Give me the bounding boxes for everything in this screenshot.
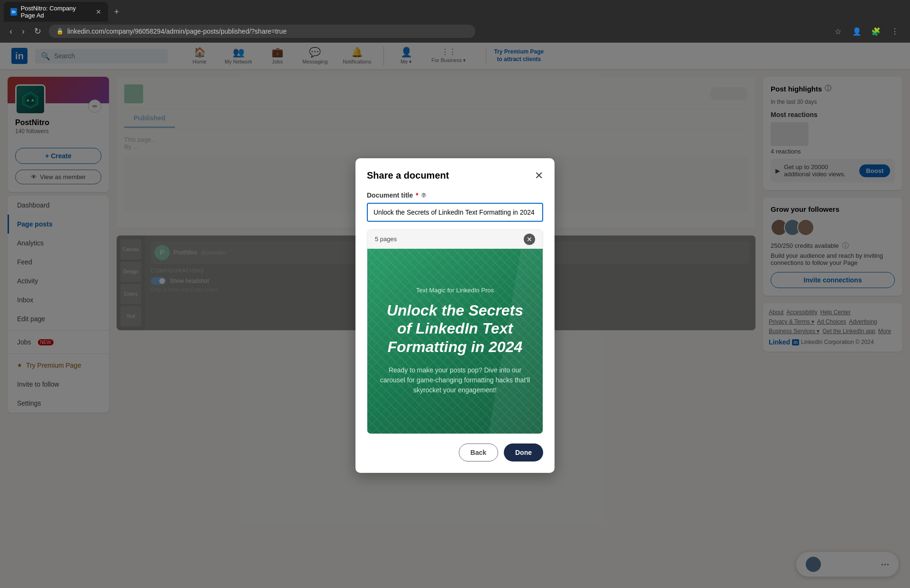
tab-close-button[interactable]: ✕ xyxy=(96,8,101,16)
tab-bar: in PostNitro: Company Page Ad ✕ + xyxy=(0,0,910,20)
doc-pages-bar: 5 pages ✕ xyxy=(367,230,543,249)
extensions-icon[interactable]: 🧩 xyxy=(868,24,883,39)
active-tab[interactable]: in PostNitro: Company Page Ad ✕ xyxy=(4,2,108,22)
document-title-label: Document title * ? xyxy=(367,191,543,199)
required-marker: * xyxy=(416,191,418,199)
help-icon: ? xyxy=(421,193,426,198)
modal-close-button[interactable]: ✕ xyxy=(535,170,543,182)
address-bar: ‹ › ↻ 🔒 linkedin.com/company/96058294/ad… xyxy=(0,20,910,43)
done-button[interactable]: Done xyxy=(504,443,543,461)
browser-chrome: in PostNitro: Company Page Ad ✕ + ‹ › ↻ … xyxy=(0,0,910,43)
back-button[interactable]: Back xyxy=(459,443,498,461)
address-actions: ☆ 👤 🧩 ⋮ xyxy=(830,24,902,39)
modal-title: Share a document xyxy=(367,170,449,181)
url-text: linkedin.com/company/96058294/admin/page… xyxy=(67,27,287,35)
forward-button[interactable]: › xyxy=(20,25,27,38)
document-title-input[interactable] xyxy=(367,203,543,222)
doc-main-title: Unlock the Secrets of LinkedIn Text Form… xyxy=(379,301,531,356)
document-preview-image: Text Magic for LinkedIn Pros Unlock the … xyxy=(367,249,543,434)
secure-icon: 🔒 xyxy=(56,28,64,35)
back-button[interactable]: ‹ xyxy=(8,25,14,38)
modal-footer: Back Done xyxy=(367,443,543,461)
remove-document-button[interactable]: ✕ xyxy=(524,234,535,245)
url-bar[interactable]: 🔒 linkedin.com/company/96058294/admin/pa… xyxy=(49,25,475,38)
tab-favicon: in xyxy=(10,8,17,16)
tab-title: PostNitro: Company Page Ad xyxy=(21,5,89,19)
modal-header: Share a document ✕ xyxy=(367,170,543,182)
document-preview-container: 5 pages ✕ Text Magic for LinkedIn Pros U… xyxy=(367,229,543,434)
more-icon[interactable]: ⋮ xyxy=(887,24,902,39)
bookmark-icon[interactable]: ☆ xyxy=(830,24,846,39)
pages-count: 5 pages xyxy=(375,235,397,243)
profile-icon[interactable]: 👤 xyxy=(849,24,864,39)
doc-body-text: Ready to make your posts pop? Dive into … xyxy=(379,365,531,395)
share-document-modal: Share a document ✕ Document title * ? 5 … xyxy=(355,158,555,473)
new-tab-button[interactable]: + xyxy=(110,5,123,18)
doc-subtitle: Text Magic for LinkedIn Pros xyxy=(416,287,494,294)
modal-overlay: Share a document ✕ Document title * ? 5 … xyxy=(0,43,910,588)
reload-button[interactable]: ↻ xyxy=(32,24,43,38)
